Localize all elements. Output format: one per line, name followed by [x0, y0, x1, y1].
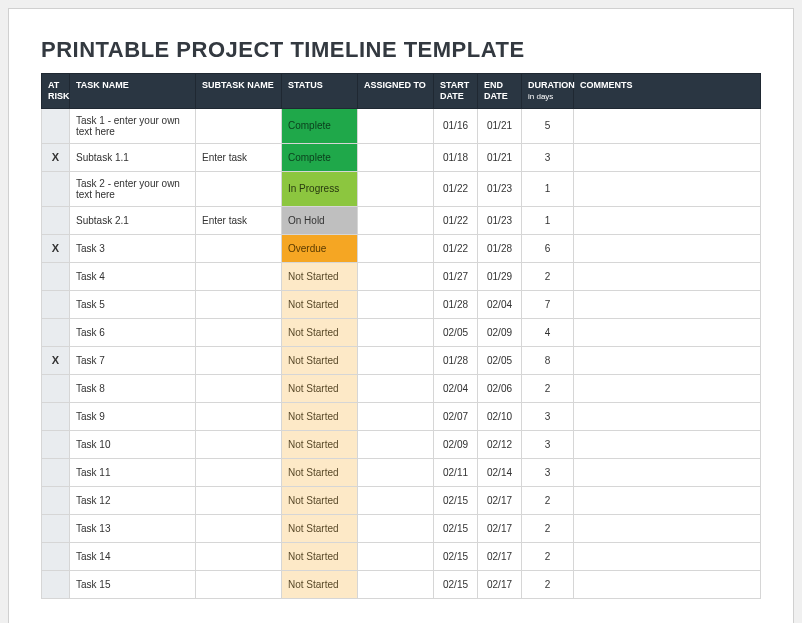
cell-end: 02/09 [478, 318, 522, 346]
cell-start: 02/15 [434, 542, 478, 570]
cell-comments [574, 346, 761, 374]
cell-end: 01/29 [478, 262, 522, 290]
table-row: Task 14Not Started02/1502/172 [42, 542, 761, 570]
cell-task: Task 14 [70, 542, 196, 570]
cell-task: Subtask 2.1 [70, 206, 196, 234]
cell-status: Not Started [282, 514, 358, 542]
table-row: Task 12Not Started02/1502/172 [42, 486, 761, 514]
cell-comments [574, 458, 761, 486]
header-duration-sub: in days [528, 92, 567, 102]
cell-assigned [358, 206, 434, 234]
cell-status: Complete [282, 143, 358, 171]
cell-start: 01/22 [434, 234, 478, 262]
cell-status: Not Started [282, 262, 358, 290]
cell-task: Task 10 [70, 430, 196, 458]
cell-status: On Hold [282, 206, 358, 234]
cell-subtask [196, 318, 282, 346]
cell-assigned [358, 486, 434, 514]
cell-duration: 1 [522, 171, 574, 206]
cell-comments [574, 402, 761, 430]
cell-duration: 2 [522, 262, 574, 290]
cell-end: 02/12 [478, 430, 522, 458]
cell-task: Task 1 - enter your own text here [70, 108, 196, 143]
cell-duration: 1 [522, 206, 574, 234]
cell-subtask [196, 514, 282, 542]
cell-status: Not Started [282, 570, 358, 598]
table-row: Task 6Not Started02/0502/094 [42, 318, 761, 346]
cell-subtask: Enter task [196, 143, 282, 171]
cell-at-risk: X [42, 346, 70, 374]
cell-subtask [196, 570, 282, 598]
cell-at-risk: X [42, 143, 70, 171]
cell-task: Task 12 [70, 486, 196, 514]
cell-at-risk [42, 290, 70, 318]
header-task-name: TASK NAME [70, 74, 196, 109]
table-row: Subtask 2.1Enter taskOn Hold01/2201/231 [42, 206, 761, 234]
cell-end: 02/17 [478, 570, 522, 598]
cell-subtask [196, 108, 282, 143]
cell-assigned [358, 171, 434, 206]
cell-task: Task 13 [70, 514, 196, 542]
cell-status: Not Started [282, 542, 358, 570]
cell-duration: 3 [522, 143, 574, 171]
cell-comments [574, 290, 761, 318]
table-row: XTask 7Not Started01/2802/058 [42, 346, 761, 374]
cell-task: Task 5 [70, 290, 196, 318]
cell-duration: 4 [522, 318, 574, 346]
cell-at-risk [42, 430, 70, 458]
header-start-date: START DATE [434, 74, 478, 109]
cell-start: 02/09 [434, 430, 478, 458]
cell-subtask [196, 458, 282, 486]
cell-at-risk: X [42, 234, 70, 262]
header-duration: DURATION in days [522, 74, 574, 109]
cell-comments [574, 430, 761, 458]
cell-assigned [358, 262, 434, 290]
table-row: Task 1 - enter your own text hereComplet… [42, 108, 761, 143]
cell-at-risk [42, 402, 70, 430]
cell-duration: 2 [522, 514, 574, 542]
cell-subtask [196, 171, 282, 206]
cell-comments [574, 514, 761, 542]
timeline-table: AT RISK TASK NAME SUBTASK NAME STATUS AS… [41, 73, 761, 599]
cell-comments [574, 318, 761, 346]
cell-start: 02/05 [434, 318, 478, 346]
cell-subtask [196, 486, 282, 514]
header-at-risk: AT RISK [42, 74, 70, 109]
cell-at-risk [42, 486, 70, 514]
cell-at-risk [42, 458, 70, 486]
cell-duration: 7 [522, 290, 574, 318]
cell-comments [574, 542, 761, 570]
cell-end: 01/28 [478, 234, 522, 262]
cell-assigned [358, 374, 434, 402]
table-header: AT RISK TASK NAME SUBTASK NAME STATUS AS… [42, 74, 761, 109]
cell-start: 01/18 [434, 143, 478, 171]
table-body: Task 1 - enter your own text hereComplet… [42, 108, 761, 598]
cell-duration: 5 [522, 108, 574, 143]
cell-end: 02/14 [478, 458, 522, 486]
cell-at-risk [42, 570, 70, 598]
table-row: Task 11Not Started02/1102/143 [42, 458, 761, 486]
cell-duration: 3 [522, 402, 574, 430]
cell-end: 01/23 [478, 206, 522, 234]
cell-at-risk [42, 514, 70, 542]
cell-at-risk [42, 108, 70, 143]
cell-end: 01/23 [478, 171, 522, 206]
cell-start: 01/22 [434, 206, 478, 234]
cell-duration: 2 [522, 374, 574, 402]
cell-task: Subtask 1.1 [70, 143, 196, 171]
cell-task: Task 11 [70, 458, 196, 486]
cell-subtask [196, 542, 282, 570]
cell-assigned [358, 234, 434, 262]
cell-duration: 6 [522, 234, 574, 262]
cell-duration: 2 [522, 542, 574, 570]
table-row: Task 8Not Started02/0402/062 [42, 374, 761, 402]
cell-at-risk [42, 262, 70, 290]
header-end-date: END DATE [478, 74, 522, 109]
cell-status: Not Started [282, 458, 358, 486]
table-row: Task 2 - enter your own text hereIn Prog… [42, 171, 761, 206]
cell-subtask [196, 402, 282, 430]
cell-start: 01/27 [434, 262, 478, 290]
cell-start: 02/15 [434, 514, 478, 542]
cell-status: In Progress [282, 171, 358, 206]
cell-comments [574, 234, 761, 262]
